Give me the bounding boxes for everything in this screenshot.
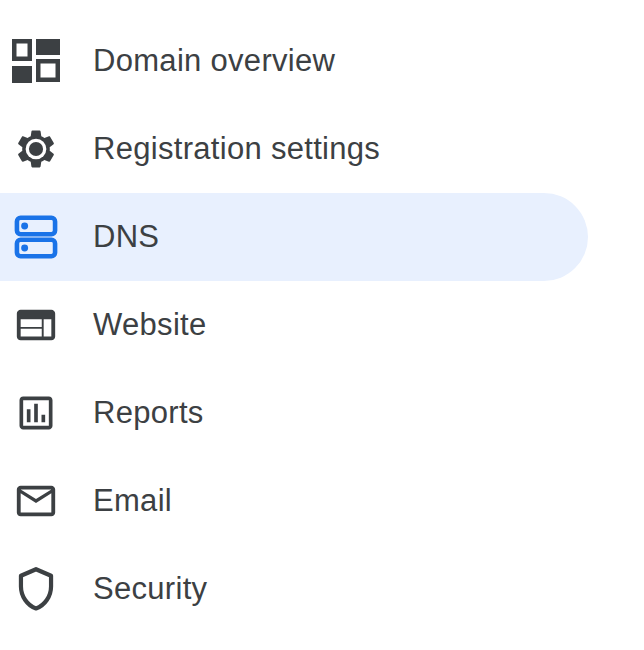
reports-chart-icon (12, 389, 60, 437)
domain-nav: Domain overview Registration settings (0, 0, 644, 633)
settings-gear-icon (12, 125, 60, 173)
security-shield-icon (12, 565, 60, 613)
nav-item-label: Security (93, 571, 207, 607)
nav-item-website[interactable]: Website (0, 281, 588, 369)
dashboard-icon (12, 37, 60, 85)
nav-item-label: Registration settings (93, 131, 380, 167)
website-icon (12, 301, 60, 349)
nav-item-dns[interactable]: DNS (0, 193, 588, 281)
nav-item-label: Domain overview (93, 43, 335, 79)
dns-server-icon (12, 213, 60, 261)
sidebar: Domain overview Registration settings (0, 0, 644, 650)
nav-item-label: Email (93, 483, 172, 519)
email-icon (12, 477, 60, 525)
nav-item-domain-overview[interactable]: Domain overview (0, 17, 588, 105)
nav-item-security[interactable]: Security (0, 545, 588, 633)
nav-item-label: DNS (93, 219, 159, 255)
nav-item-registration-settings[interactable]: Registration settings (0, 105, 588, 193)
nav-item-label: Reports (93, 395, 204, 431)
nav-item-label: Website (93, 307, 207, 343)
nav-item-reports[interactable]: Reports (0, 369, 588, 457)
nav-item-email[interactable]: Email (0, 457, 588, 545)
